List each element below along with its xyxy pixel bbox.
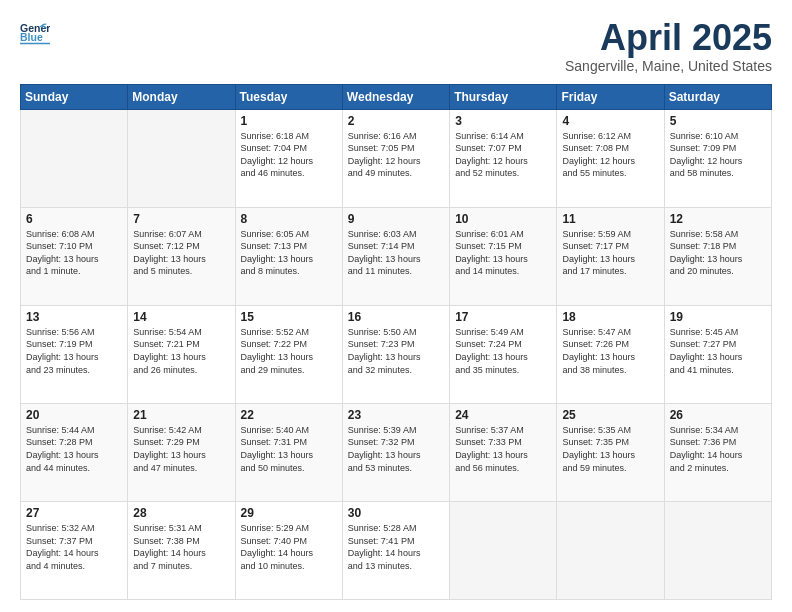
- calendar-cell: 10Sunrise: 6:01 AM Sunset: 7:15 PM Dayli…: [450, 207, 557, 305]
- calendar-cell: 8Sunrise: 6:05 AM Sunset: 7:13 PM Daylig…: [235, 207, 342, 305]
- calendar-cell: 12Sunrise: 5:58 AM Sunset: 7:18 PM Dayli…: [664, 207, 771, 305]
- calendar-cell: 6Sunrise: 6:08 AM Sunset: 7:10 PM Daylig…: [21, 207, 128, 305]
- calendar-week-row: 20Sunrise: 5:44 AM Sunset: 7:28 PM Dayli…: [21, 403, 772, 501]
- calendar-cell: 5Sunrise: 6:10 AM Sunset: 7:09 PM Daylig…: [664, 109, 771, 207]
- day-info: Sunrise: 6:03 AM Sunset: 7:14 PM Dayligh…: [348, 228, 444, 278]
- calendar-cell: 11Sunrise: 5:59 AM Sunset: 7:17 PM Dayli…: [557, 207, 664, 305]
- day-number: 13: [26, 310, 122, 324]
- day-number: 19: [670, 310, 766, 324]
- day-number: 4: [562, 114, 658, 128]
- day-info: Sunrise: 6:01 AM Sunset: 7:15 PM Dayligh…: [455, 228, 551, 278]
- calendar-cell: 7Sunrise: 6:07 AM Sunset: 7:12 PM Daylig…: [128, 207, 235, 305]
- day-info: Sunrise: 5:37 AM Sunset: 7:33 PM Dayligh…: [455, 424, 551, 474]
- day-info: Sunrise: 6:18 AM Sunset: 7:04 PM Dayligh…: [241, 130, 337, 180]
- day-number: 10: [455, 212, 551, 226]
- calendar-cell: 25Sunrise: 5:35 AM Sunset: 7:35 PM Dayli…: [557, 403, 664, 501]
- day-number: 15: [241, 310, 337, 324]
- calendar-day-header: Saturday: [664, 84, 771, 109]
- day-number: 25: [562, 408, 658, 422]
- calendar-header-row: SundayMondayTuesdayWednesdayThursdayFrid…: [21, 84, 772, 109]
- day-info: Sunrise: 5:47 AM Sunset: 7:26 PM Dayligh…: [562, 326, 658, 376]
- day-info: Sunrise: 5:35 AM Sunset: 7:35 PM Dayligh…: [562, 424, 658, 474]
- day-info: Sunrise: 5:49 AM Sunset: 7:24 PM Dayligh…: [455, 326, 551, 376]
- calendar-cell: 24Sunrise: 5:37 AM Sunset: 7:33 PM Dayli…: [450, 403, 557, 501]
- day-number: 21: [133, 408, 229, 422]
- calendar-day-header: Tuesday: [235, 84, 342, 109]
- day-number: 28: [133, 506, 229, 520]
- calendar-day-header: Sunday: [21, 84, 128, 109]
- calendar-day-header: Thursday: [450, 84, 557, 109]
- day-number: 7: [133, 212, 229, 226]
- day-info: Sunrise: 5:58 AM Sunset: 7:18 PM Dayligh…: [670, 228, 766, 278]
- day-info: Sunrise: 6:12 AM Sunset: 7:08 PM Dayligh…: [562, 130, 658, 180]
- day-number: 29: [241, 506, 337, 520]
- calendar-cell: 4Sunrise: 6:12 AM Sunset: 7:08 PM Daylig…: [557, 109, 664, 207]
- day-info: Sunrise: 6:08 AM Sunset: 7:10 PM Dayligh…: [26, 228, 122, 278]
- day-info: Sunrise: 5:59 AM Sunset: 7:17 PM Dayligh…: [562, 228, 658, 278]
- calendar-cell: 16Sunrise: 5:50 AM Sunset: 7:23 PM Dayli…: [342, 305, 449, 403]
- calendar-week-row: 6Sunrise: 6:08 AM Sunset: 7:10 PM Daylig…: [21, 207, 772, 305]
- calendar-cell: 22Sunrise: 5:40 AM Sunset: 7:31 PM Dayli…: [235, 403, 342, 501]
- calendar-cell: [450, 501, 557, 599]
- day-number: 22: [241, 408, 337, 422]
- calendar-cell: [557, 501, 664, 599]
- calendar-cell: 20Sunrise: 5:44 AM Sunset: 7:28 PM Dayli…: [21, 403, 128, 501]
- calendar-day-header: Monday: [128, 84, 235, 109]
- day-info: Sunrise: 5:42 AM Sunset: 7:29 PM Dayligh…: [133, 424, 229, 474]
- day-number: 16: [348, 310, 444, 324]
- day-info: Sunrise: 6:14 AM Sunset: 7:07 PM Dayligh…: [455, 130, 551, 180]
- svg-text:Blue: Blue: [20, 31, 43, 43]
- day-info: Sunrise: 5:39 AM Sunset: 7:32 PM Dayligh…: [348, 424, 444, 474]
- calendar-cell: [128, 109, 235, 207]
- day-info: Sunrise: 6:16 AM Sunset: 7:05 PM Dayligh…: [348, 130, 444, 180]
- day-number: 18: [562, 310, 658, 324]
- calendar-day-header: Wednesday: [342, 84, 449, 109]
- logo: General Blue: [20, 18, 50, 48]
- calendar-cell: 23Sunrise: 5:39 AM Sunset: 7:32 PM Dayli…: [342, 403, 449, 501]
- calendar-table: SundayMondayTuesdayWednesdayThursdayFrid…: [20, 84, 772, 600]
- day-number: 8: [241, 212, 337, 226]
- subtitle: Sangerville, Maine, United States: [565, 58, 772, 74]
- day-info: Sunrise: 5:31 AM Sunset: 7:38 PM Dayligh…: [133, 522, 229, 572]
- day-number: 3: [455, 114, 551, 128]
- calendar-cell: 13Sunrise: 5:56 AM Sunset: 7:19 PM Dayli…: [21, 305, 128, 403]
- day-number: 14: [133, 310, 229, 324]
- calendar-cell: 14Sunrise: 5:54 AM Sunset: 7:21 PM Dayli…: [128, 305, 235, 403]
- day-info: Sunrise: 5:28 AM Sunset: 7:41 PM Dayligh…: [348, 522, 444, 572]
- day-number: 11: [562, 212, 658, 226]
- calendar-week-row: 1Sunrise: 6:18 AM Sunset: 7:04 PM Daylig…: [21, 109, 772, 207]
- calendar-cell: 28Sunrise: 5:31 AM Sunset: 7:38 PM Dayli…: [128, 501, 235, 599]
- calendar-cell: 21Sunrise: 5:42 AM Sunset: 7:29 PM Dayli…: [128, 403, 235, 501]
- day-number: 9: [348, 212, 444, 226]
- day-info: Sunrise: 5:40 AM Sunset: 7:31 PM Dayligh…: [241, 424, 337, 474]
- day-number: 12: [670, 212, 766, 226]
- day-number: 27: [26, 506, 122, 520]
- day-info: Sunrise: 6:05 AM Sunset: 7:13 PM Dayligh…: [241, 228, 337, 278]
- day-number: 2: [348, 114, 444, 128]
- calendar-cell: [664, 501, 771, 599]
- calendar-cell: 9Sunrise: 6:03 AM Sunset: 7:14 PM Daylig…: [342, 207, 449, 305]
- calendar-cell: 19Sunrise: 5:45 AM Sunset: 7:27 PM Dayli…: [664, 305, 771, 403]
- calendar-cell: 3Sunrise: 6:14 AM Sunset: 7:07 PM Daylig…: [450, 109, 557, 207]
- day-number: 6: [26, 212, 122, 226]
- logo-icon: General Blue: [20, 18, 50, 48]
- calendar-cell: 15Sunrise: 5:52 AM Sunset: 7:22 PM Dayli…: [235, 305, 342, 403]
- day-number: 20: [26, 408, 122, 422]
- header: General Blue April 2025 Sangerville, Mai…: [20, 18, 772, 74]
- calendar-cell: 29Sunrise: 5:29 AM Sunset: 7:40 PM Dayli…: [235, 501, 342, 599]
- day-info: Sunrise: 5:32 AM Sunset: 7:37 PM Dayligh…: [26, 522, 122, 572]
- day-number: 17: [455, 310, 551, 324]
- calendar-cell: 2Sunrise: 6:16 AM Sunset: 7:05 PM Daylig…: [342, 109, 449, 207]
- calendar-week-row: 27Sunrise: 5:32 AM Sunset: 7:37 PM Dayli…: [21, 501, 772, 599]
- day-info: Sunrise: 5:29 AM Sunset: 7:40 PM Dayligh…: [241, 522, 337, 572]
- title-block: April 2025 Sangerville, Maine, United St…: [565, 18, 772, 74]
- day-number: 1: [241, 114, 337, 128]
- calendar-cell: 27Sunrise: 5:32 AM Sunset: 7:37 PM Dayli…: [21, 501, 128, 599]
- day-info: Sunrise: 6:07 AM Sunset: 7:12 PM Dayligh…: [133, 228, 229, 278]
- day-info: Sunrise: 5:56 AM Sunset: 7:19 PM Dayligh…: [26, 326, 122, 376]
- day-info: Sunrise: 5:52 AM Sunset: 7:22 PM Dayligh…: [241, 326, 337, 376]
- calendar-cell: 18Sunrise: 5:47 AM Sunset: 7:26 PM Dayli…: [557, 305, 664, 403]
- calendar-week-row: 13Sunrise: 5:56 AM Sunset: 7:19 PM Dayli…: [21, 305, 772, 403]
- calendar-cell: 1Sunrise: 6:18 AM Sunset: 7:04 PM Daylig…: [235, 109, 342, 207]
- day-number: 5: [670, 114, 766, 128]
